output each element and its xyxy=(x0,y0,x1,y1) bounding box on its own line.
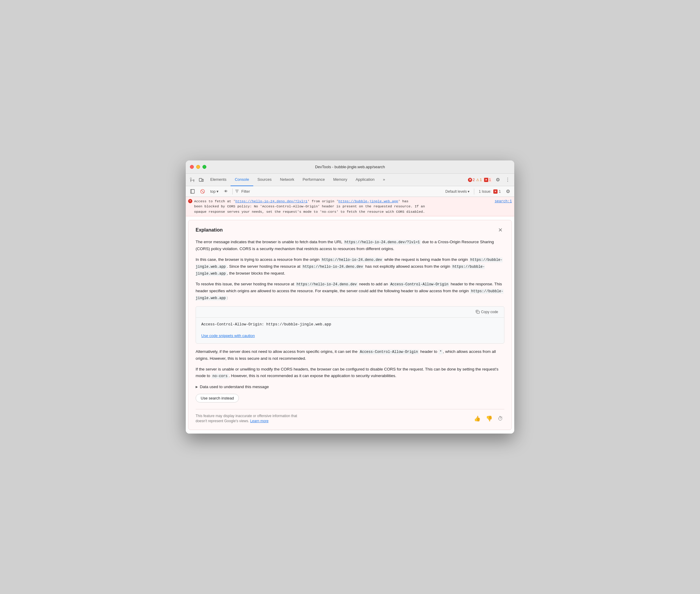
tab-more[interactable]: » xyxy=(379,174,389,186)
error-row-icon: ✕ xyxy=(188,199,192,203)
copy-code-button[interactable]: Copy code xyxy=(473,309,500,315)
feedback-icons: 👍 👎 ⏱ xyxy=(473,414,504,423)
warning-triangle-icon: ⚠ xyxy=(476,178,479,182)
error-row: ✕ Access to fetch at 'https://hello-io-2… xyxy=(186,197,514,216)
para4-code2: * xyxy=(439,350,443,354)
chevron-down-icon: ▾ xyxy=(216,189,219,194)
svg-rect-2 xyxy=(202,179,203,182)
svg-rect-3 xyxy=(190,190,195,193)
para1-code: https://hello-io-24.deno.dev/?lvl=1 xyxy=(343,240,421,245)
disclaimer-row: This feature may display inaccurate or o… xyxy=(196,409,504,424)
thumbs-down-button[interactable]: 👎 xyxy=(485,414,494,423)
settings-icon[interactable]: ⚙ xyxy=(494,176,502,184)
error-circle-icon: ✕ xyxy=(468,178,472,182)
issues-button[interactable]: 1 Issue: ✕ 1 xyxy=(477,189,503,195)
explanation-title: Explanation xyxy=(196,227,223,233)
svg-rect-0 xyxy=(190,178,191,179)
error-link1[interactable]: https://hello-io-24.deno.dev/?lvl=1 xyxy=(235,199,308,203)
close-explanation-button[interactable]: ✕ xyxy=(496,226,504,234)
clear-console-icon[interactable]: 🚫 xyxy=(198,188,207,195)
para3-code2: Access-Control-Allow-Origin xyxy=(389,282,449,287)
triangle-right-icon: ▶ xyxy=(196,385,198,390)
filter-label: Filter xyxy=(241,189,250,194)
para3-code3: https://bubble-jingle.web.app xyxy=(196,289,503,301)
inspect-icon[interactable] xyxy=(188,176,197,184)
tab-sources[interactable]: Sources xyxy=(253,174,276,186)
error-message: Access to fetch at 'https://hello-io-24.… xyxy=(194,199,492,214)
error-source-link[interactable]: search:1 xyxy=(494,199,512,204)
disclaimer-text: This feature may display inaccurate or o… xyxy=(196,414,309,424)
separator2 xyxy=(474,189,474,195)
context-selector[interactable]: top ▾ xyxy=(208,188,221,195)
copy-icon xyxy=(476,310,480,314)
para3-code1: https://hello-io-24.deno.dev xyxy=(295,282,358,287)
issue-square-icon: ✕ xyxy=(493,190,497,194)
devtools-window: DevTools - bubble-jingle.web.app/search … xyxy=(186,160,514,434)
error-badge: ✕ 2 xyxy=(468,178,475,182)
explanation-para4: Alternatively, if the server does not ne… xyxy=(196,349,504,362)
thumbs-up-button[interactable]: 👍 xyxy=(473,414,482,423)
tab-network[interactable]: Network xyxy=(276,174,299,186)
traffic-lights xyxy=(190,165,206,169)
learn-more-link[interactable]: Learn more xyxy=(250,419,269,423)
para2-code1: https://hello-io-24.deno.dev xyxy=(321,258,383,262)
explanation-para1: The error message indicates that the bro… xyxy=(196,239,504,252)
para5-code1: no-cors xyxy=(211,374,229,378)
levels-chevron-icon: ▾ xyxy=(468,190,469,194)
more-options-icon[interactable]: ⋮ xyxy=(503,176,512,184)
tab-bar: Elements Console Sources Network Perform… xyxy=(206,174,467,186)
close-button[interactable] xyxy=(190,165,194,169)
para4-code1: Access-Control-Allow-Origin xyxy=(359,350,419,354)
report-button[interactable]: ⏱ xyxy=(497,415,504,423)
tab-console[interactable]: Console xyxy=(231,174,253,186)
caution-link[interactable]: Use code snippets with caution xyxy=(196,333,260,343)
info-badge: ✕ 1 xyxy=(483,177,492,182)
tab-elements[interactable]: Elements xyxy=(206,174,231,186)
console-settings-icon[interactable]: ⚙ xyxy=(504,188,512,195)
info-square-icon: ✕ xyxy=(484,178,488,182)
device-toggle-icon[interactable] xyxy=(197,176,206,184)
para2-code3: https://hello-io-24.deno.dev xyxy=(302,264,364,269)
levels-selector[interactable]: Default levels ▾ xyxy=(443,189,471,195)
explanation-para3: To resolve this issue, the server hostin… xyxy=(196,281,504,301)
filter-icon xyxy=(235,190,239,193)
issue-count: 1 xyxy=(499,190,501,194)
console-area[interactable]: ✕ Access to fetch at 'https://hello-io-2… xyxy=(186,197,514,434)
use-search-button[interactable]: Use search instead xyxy=(196,394,239,402)
warning-badge: ⚠ 1 xyxy=(476,178,482,182)
window-title: DevTools - bubble-jingle.web.app/search xyxy=(315,165,385,169)
eye-icon[interactable]: 👁 xyxy=(222,188,230,195)
code-block-header: Copy code xyxy=(196,306,504,318)
explanation-header: Explanation ✕ xyxy=(196,226,504,234)
data-used-row[interactable]: ▶ Data used to understand this message xyxy=(196,384,504,390)
filter-input[interactable] xyxy=(251,189,442,194)
explanation-body: The error message indicates that the bro… xyxy=(196,239,504,424)
main-toolbar: Elements Console Sources Network Perform… xyxy=(186,174,514,186)
error-link2[interactable]: https://bubble-jingle.web.app xyxy=(338,199,398,203)
titlebar: DevTools - bubble-jingle.web.app/search xyxy=(186,160,514,174)
code-block-wrapper: Copy code Access-Control-Allow-Origin: h… xyxy=(196,306,504,343)
tab-application[interactable]: Application xyxy=(351,174,379,186)
toolbar-right: ✕ 2 ⚠ 1 ✕ 1 ⚙ ⋮ xyxy=(468,176,512,184)
separator xyxy=(232,189,233,195)
tab-performance[interactable]: Performance xyxy=(298,174,329,186)
sidebar-toggle-icon[interactable] xyxy=(188,188,197,195)
tab-memory[interactable]: Memory xyxy=(329,174,351,186)
explanation-para2: In this case, the browser is trying to a… xyxy=(196,256,504,277)
explanation-para5: If the server is unable or unwilling to … xyxy=(196,366,504,380)
explanation-panel: Explanation ✕ The error message indicate… xyxy=(188,220,512,430)
svg-rect-5 xyxy=(477,311,479,314)
badge-group: ✕ 2 ⚠ 1 ✕ 1 xyxy=(468,177,492,182)
code-block: Access-Control-Allow-Origin: https://bub… xyxy=(196,318,504,332)
minimize-button[interactable] xyxy=(196,165,200,169)
secondary-toolbar: 🚫 top ▾ 👁 Filter Default levels ▾ 1 Issu… xyxy=(186,186,514,197)
svg-rect-1 xyxy=(199,178,202,182)
maximize-button[interactable] xyxy=(203,165,206,169)
